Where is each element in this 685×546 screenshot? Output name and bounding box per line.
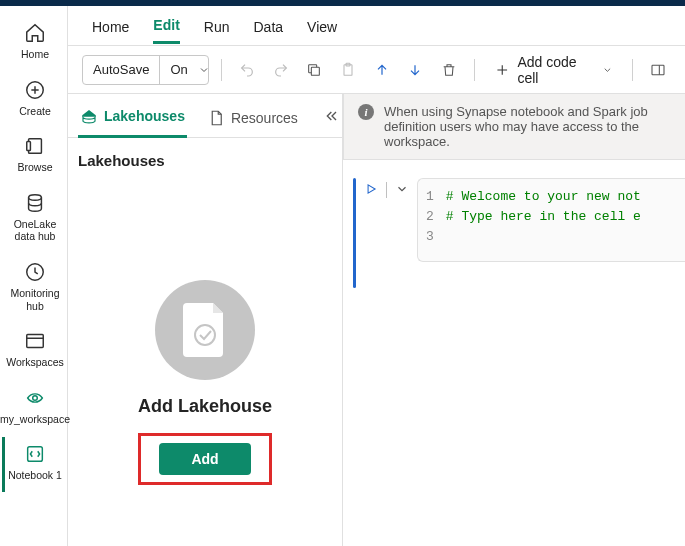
plus-icon	[495, 62, 509, 78]
divider	[221, 59, 222, 81]
explorer-heading: Lakehouses	[78, 152, 332, 169]
nav-home-label: Home	[21, 48, 49, 61]
editor-pane: i When using Synapse notebook and Spark …	[343, 94, 685, 546]
info-banner: i When using Synapse notebook and Spark …	[343, 94, 685, 160]
chevron-double-left-icon	[324, 108, 340, 124]
explorer-tab-resources-label: Resources	[231, 110, 298, 126]
nav-notebook[interactable]: Notebook 1	[2, 437, 66, 492]
chevron-down-icon	[198, 64, 210, 76]
collapse-explorer-button[interactable]	[318, 102, 346, 133]
svg-rect-8	[312, 67, 320, 75]
movedown-button[interactable]	[403, 56, 429, 84]
menubar: Home Edit Run Data View	[68, 6, 685, 46]
svg-rect-11	[652, 65, 664, 74]
code-content: # Welcome to your new not# Type here in …	[446, 187, 641, 253]
arrow-down-icon	[407, 62, 423, 78]
notebook-icon	[24, 443, 46, 465]
cell-menu-button[interactable]	[395, 182, 409, 199]
nav-create[interactable]: Create	[2, 73, 66, 128]
svg-point-6	[33, 395, 38, 400]
my-workspace-icon	[24, 387, 46, 409]
explorer-tab-lakehouses-label: Lakehouses	[104, 108, 185, 124]
nav-notebook-label: Notebook 1	[8, 469, 62, 482]
nav-home[interactable]: Home	[2, 16, 66, 71]
run-cell-button[interactable]	[364, 182, 378, 199]
paste-icon	[340, 62, 356, 78]
tab-edit[interactable]: Edit	[153, 17, 179, 44]
line-gutter: 123	[426, 187, 446, 253]
info-icon: i	[358, 104, 374, 120]
tab-data[interactable]: Data	[254, 19, 284, 43]
nav-monitoring[interactable]: Monitoring hub	[2, 255, 66, 322]
browse-icon	[24, 135, 46, 157]
nav-onelake[interactable]: OneLake data hub	[2, 186, 66, 253]
add-lakehouse-button[interactable]: Add	[159, 443, 250, 475]
undo-button[interactable]	[234, 56, 260, 84]
nav-workspaces-label: Workspaces	[6, 356, 64, 369]
add-code-cell-button[interactable]: Add code cell	[487, 55, 620, 85]
workspaces-icon	[24, 330, 46, 352]
divider	[632, 59, 633, 81]
panel-icon	[650, 62, 666, 78]
toolbar: AutoSave On Add code cell	[68, 46, 685, 94]
nav-onelake-label: OneLake data hub	[7, 218, 64, 243]
copy-icon	[306, 62, 322, 78]
home-icon	[24, 22, 46, 44]
file-icon	[207, 109, 225, 127]
code-editor[interactable]: 123 # Welcome to your new not# Type here…	[417, 178, 685, 262]
divider	[386, 182, 387, 198]
tutorial-highlight: Add	[138, 433, 271, 485]
autosave-value[interactable]: On	[159, 56, 209, 84]
nav-browse-label: Browse	[17, 161, 52, 174]
cell-active-indicator	[353, 178, 356, 288]
add-code-cell-label: Add code cell	[517, 54, 593, 86]
lakehouse-icon	[80, 107, 98, 125]
svg-rect-2	[27, 142, 31, 151]
explorer-tab-lakehouses[interactable]: Lakehouses	[78, 97, 187, 138]
trash-icon	[441, 62, 457, 78]
undo-icon	[239, 62, 255, 78]
nav-browse[interactable]: Browse	[2, 129, 66, 184]
tab-home[interactable]: Home	[92, 19, 129, 43]
database-icon	[24, 192, 46, 214]
moveup-button[interactable]	[369, 56, 395, 84]
play-icon	[364, 182, 378, 196]
nav-my-workspace[interactable]: my_workspace	[2, 381, 66, 436]
left-nav: Home Create Browse OneLake data hub Moni…	[0, 6, 68, 546]
more-button[interactable]	[645, 56, 671, 84]
explorer-panel: Lakehouses Resources Lakehouses	[68, 94, 343, 546]
paste-button[interactable]	[335, 56, 361, 84]
monitoring-icon	[24, 261, 46, 283]
chevron-down-icon	[395, 182, 409, 196]
nav-my-workspace-label: my_workspace	[0, 413, 70, 426]
empty-title: Add Lakehouse	[138, 396, 272, 417]
tab-view[interactable]: View	[307, 19, 337, 43]
svg-point-3	[29, 195, 42, 201]
plus-circle-icon	[24, 79, 46, 101]
arrow-up-icon	[374, 62, 390, 78]
autosave-value-text: On	[170, 62, 187, 77]
delete-button[interactable]	[436, 56, 462, 84]
copy-button[interactable]	[302, 56, 328, 84]
nav-monitoring-label: Monitoring hub	[7, 287, 64, 312]
explorer-tabs: Lakehouses Resources	[68, 94, 342, 138]
divider	[474, 59, 475, 81]
nav-create-label: Create	[19, 105, 51, 118]
autosave-control: AutoSave On	[82, 55, 209, 85]
code-cell[interactable]: 123 # Welcome to your new not# Type here…	[343, 160, 685, 288]
svg-rect-5	[27, 335, 44, 348]
nav-workspaces[interactable]: Workspaces	[2, 324, 66, 379]
document-check-icon	[183, 303, 227, 357]
empty-state: Add Lakehouse Add	[78, 229, 332, 536]
explorer-tab-resources[interactable]: Resources	[205, 99, 300, 137]
tab-run[interactable]: Run	[204, 19, 230, 43]
redo-button[interactable]	[268, 56, 294, 84]
chevron-down-icon	[602, 64, 613, 76]
info-banner-text: When using Synapse notebook and Spark jo…	[384, 104, 671, 149]
empty-illustration	[155, 280, 255, 380]
autosave-label: AutoSave	[83, 62, 159, 77]
redo-icon	[273, 62, 289, 78]
